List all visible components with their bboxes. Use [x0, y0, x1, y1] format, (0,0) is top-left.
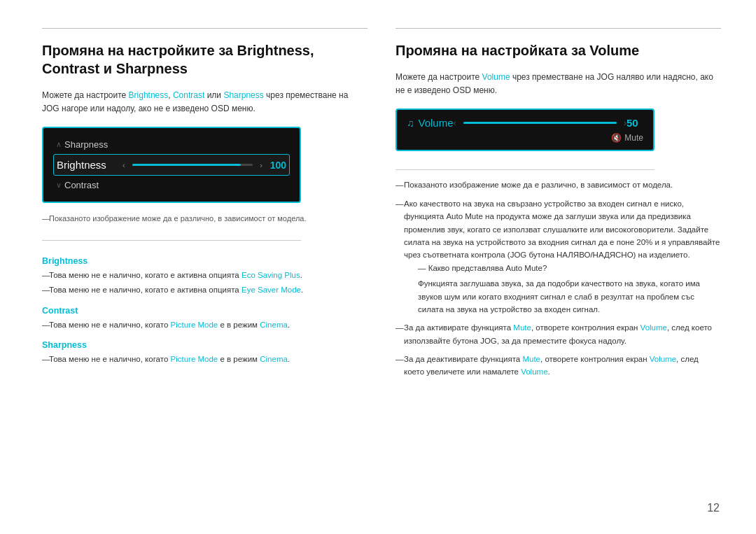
- volume-label: Volume: [419, 117, 454, 129]
- brightness-label: Brightness: [57, 159, 120, 171]
- cinema-link-2: Cinema: [260, 355, 288, 363]
- right-intro: Можете да настроите Volume чрез преместв…: [396, 71, 721, 97]
- picture-mode-link-1: Picture Mode: [170, 321, 218, 329]
- osd-widget: ∧ Sharpness Brightness ‹ › 100 ∨ Contras…: [42, 127, 301, 203]
- brightness-heading: Brightness: [42, 256, 368, 266]
- mute-icon: 🔇: [611, 133, 622, 143]
- volume-slider: [463, 122, 617, 124]
- osd-brightness-row: Brightness ‹ › 100: [53, 154, 290, 176]
- chevron-down-icon: ∨: [56, 181, 62, 190]
- brightness-note-1: Това меню не е налично, когато е активна…: [42, 269, 368, 281]
- right-section: Промяна на настройката за Volume Можете …: [396, 28, 721, 506]
- right-note-2: Ако качеството на звука на свързано устр…: [396, 197, 721, 316]
- sharpness-heading: Sharpness: [42, 340, 368, 350]
- page-number: 12: [707, 502, 720, 514]
- osd-contrast-row: ∨ Contrast: [53, 176, 290, 195]
- left-divider: [42, 240, 301, 241]
- auto-mute-answer: Функцията заглушава звука, за да подобри…: [404, 277, 721, 316]
- left-section: Промяна на настройките за Brightness, Co…: [42, 28, 368, 506]
- volume-arrow-left: ‹: [454, 118, 456, 128]
- volume-row: ♫ Volume ‹ › 50: [407, 117, 643, 129]
- contrast-note-1: Това меню не е налично, когато Picture M…: [42, 318, 368, 331]
- volume-deactivate-link: Volume: [650, 355, 676, 363]
- mute-activate-link: Mute: [513, 323, 531, 332]
- contrast-label: Contrast: [64, 180, 127, 190]
- right-title: Промяна на настройката за Volume: [396, 28, 721, 59]
- picture-mode-link-2: Picture Mode: [170, 355, 218, 363]
- brightness-value: 100: [265, 160, 286, 171]
- headphone-icon: ♫: [407, 118, 414, 129]
- volume-mute-row: 🔇 Mute: [407, 133, 643, 143]
- mute-label: Mute: [624, 133, 643, 143]
- brightness-link: Brightness: [129, 90, 169, 100]
- brightness-slider-fill: [132, 164, 241, 166]
- volume-end-link: Volume: [521, 367, 547, 376]
- right-divider: [396, 169, 654, 170]
- cinema-link-1: Cinema: [260, 321, 288, 329]
- volume-widget: ♫ Volume ‹ › 50 🔇 Mute: [396, 108, 654, 151]
- volume-label-group: ♫ Volume: [407, 117, 454, 129]
- brightness-note-2: Това меню не е налично, когато е активна…: [42, 283, 368, 296]
- right-note-4: За да деактивирате функцията Mute, отвор…: [396, 353, 721, 379]
- left-intro: Можете да настроите Brightness, Contrast…: [42, 89, 368, 115]
- right-footnote-1: Показаното изображение може да е различн…: [396, 178, 721, 191]
- volume-value: 50: [626, 117, 643, 129]
- osd-sharpness-row: ∧ Sharpness: [53, 135, 290, 154]
- arrow-right-icon: ›: [260, 161, 262, 169]
- mute-deactivate-link: Mute: [522, 355, 540, 363]
- contrast-link: Contrast: [173, 90, 204, 100]
- right-note-3: За да активирате функцията Mute, отворет…: [396, 321, 721, 347]
- eye-saver-link: Eye Saver Mode: [241, 286, 301, 294]
- sharpness-link: Sharpness: [223, 90, 263, 100]
- volume-link: Volume: [482, 72, 510, 82]
- left-title: Промяна на настройките за Brightness, Co…: [42, 28, 368, 78]
- arrow-left-icon: ‹: [122, 161, 125, 169]
- left-footnote: Показаното изображение може да е различн…: [42, 213, 368, 225]
- contrast-heading: Contrast: [42, 306, 368, 316]
- volume-activate-link: Volume: [640, 323, 667, 332]
- brightness-slider: [132, 164, 253, 166]
- sharpness-note-1: Това меню не е налично, когато Picture M…: [42, 353, 368, 365]
- chevron-up-icon: ∧: [56, 140, 62, 149]
- auto-mute-question: — Какво представлява Auto Mute?: [404, 262, 721, 274]
- sharpness-label: Sharpness: [64, 139, 127, 150]
- eco-saving-link: Eco Saving Plus: [241, 271, 300, 279]
- right-footnotes: Показаното изображение може да е различн…: [396, 178, 721, 384]
